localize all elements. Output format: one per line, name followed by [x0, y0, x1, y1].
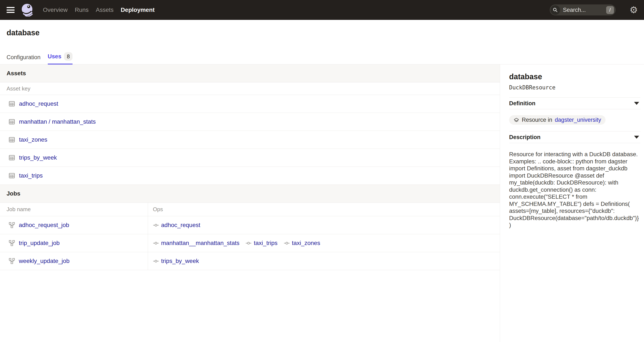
job-icon — [9, 240, 15, 246]
panel-title: database — [509, 72, 640, 81]
chevron-down-icon[interactable] — [634, 102, 639, 105]
table-icon — [9, 154, 15, 161]
layers-icon — [514, 118, 519, 122]
table-icon — [9, 100, 15, 107]
job-link[interactable]: adhoc_request_job — [19, 222, 69, 228]
resource-description: Resource for interacting with a DuckDB d… — [509, 151, 640, 229]
hamburger-menu-icon[interactable] — [6, 7, 14, 13]
table-row: trip_update_job manhattan__manhattan_sta… — [0, 234, 500, 252]
op-link[interactable]: manhattan__manhattan_stats — [161, 240, 239, 246]
uses-count-badge: 8 — [64, 52, 72, 61]
op-link[interactable]: taxi_trips — [254, 240, 278, 246]
code-location-link[interactable]: dagster_university — [555, 117, 601, 123]
table-row: adhoc_request — [0, 95, 500, 113]
asset-link[interactable]: manhattan / manhattan_stats — [19, 118, 96, 125]
search-input[interactable] — [563, 7, 606, 13]
top-navigation-bar: Overview Runs Assets Deployment / ⚙ — [0, 0, 644, 20]
nav-item-overview[interactable]: Overview — [43, 6, 68, 13]
job-link[interactable]: trip_update_job — [19, 240, 60, 246]
asset-key-column-header: Asset key — [0, 82, 500, 95]
page-header: database Configuration Uses 8 — [0, 20, 644, 64]
table-icon — [9, 118, 15, 125]
nav-item-assets[interactable]: Assets — [96, 6, 114, 13]
job-icon — [9, 258, 15, 264]
table-row: manhattan / manhattan_stats — [0, 113, 500, 131]
asset-link[interactable]: adhoc_request — [19, 100, 58, 107]
nav-item-runs[interactable]: Runs — [75, 6, 88, 13]
table-row: weekly_update_job trips_by_week — [0, 252, 500, 270]
op-link[interactable]: adhoc_request — [161, 222, 200, 228]
jobs-column-headers: Job name Ops — [0, 203, 500, 216]
job-icon — [9, 222, 15, 228]
gear-icon[interactable]: ⚙ — [630, 5, 638, 14]
table-row: adhoc_request_job adhoc_request — [0, 216, 500, 234]
search-icon — [550, 5, 560, 15]
resource-type: DuckDBResource — [509, 84, 640, 91]
op-link[interactable]: taxi_zones — [292, 240, 320, 246]
page-title: database — [6, 28, 40, 37]
resource-detail-panel: database DuckDBResource Definition Resou… — [500, 64, 644, 342]
chevron-down-icon[interactable] — [634, 136, 639, 139]
resource-location-chip: Resource in dagster_university — [509, 115, 606, 125]
search-box[interactable]: / — [550, 4, 616, 16]
definition-section-body: Resource in dagster_university — [509, 109, 640, 131]
op-icon — [153, 240, 159, 246]
table-row: taxi_trips — [0, 167, 500, 185]
asset-link[interactable]: taxi_zones — [19, 136, 47, 143]
op-link[interactable]: trips_by_week — [161, 258, 199, 264]
table-icon — [9, 172, 15, 179]
description-section-header[interactable]: Description — [509, 131, 640, 143]
ops-column-header: Ops — [148, 203, 500, 216]
asset-link[interactable]: trips_by_week — [19, 154, 57, 161]
uses-lists: Assets Asset key adhoc_request manhattan… — [0, 64, 500, 342]
op-icon — [153, 258, 159, 264]
tab-uses[interactable]: Uses 8 — [48, 52, 72, 64]
assets-section-header: Assets — [0, 64, 500, 82]
main-nav: Overview Runs Assets Deployment — [43, 6, 154, 13]
op-icon — [246, 240, 252, 246]
op-icon — [284, 240, 290, 246]
job-name-column-header: Job name — [0, 203, 148, 216]
dagster-logo[interactable] — [20, 4, 34, 16]
slash-shortcut-key: / — [606, 6, 614, 14]
definition-section-header[interactable]: Definition — [509, 98, 640, 109]
op-icon — [153, 222, 159, 228]
jobs-section-header: Jobs — [0, 185, 500, 203]
table-row: trips_by_week — [0, 149, 500, 167]
nav-item-deployment[interactable]: Deployment — [121, 6, 154, 13]
table-icon — [9, 136, 15, 143]
tab-configuration[interactable]: Configuration — [6, 54, 40, 64]
job-link[interactable]: weekly_update_job — [19, 258, 70, 264]
asset-link[interactable]: taxi_trips — [19, 172, 43, 179]
content-area: Assets Asset key adhoc_request manhattan… — [0, 64, 644, 342]
table-row: taxi_zones — [0, 131, 500, 149]
tab-bar: Configuration Uses 8 — [6, 52, 72, 64]
